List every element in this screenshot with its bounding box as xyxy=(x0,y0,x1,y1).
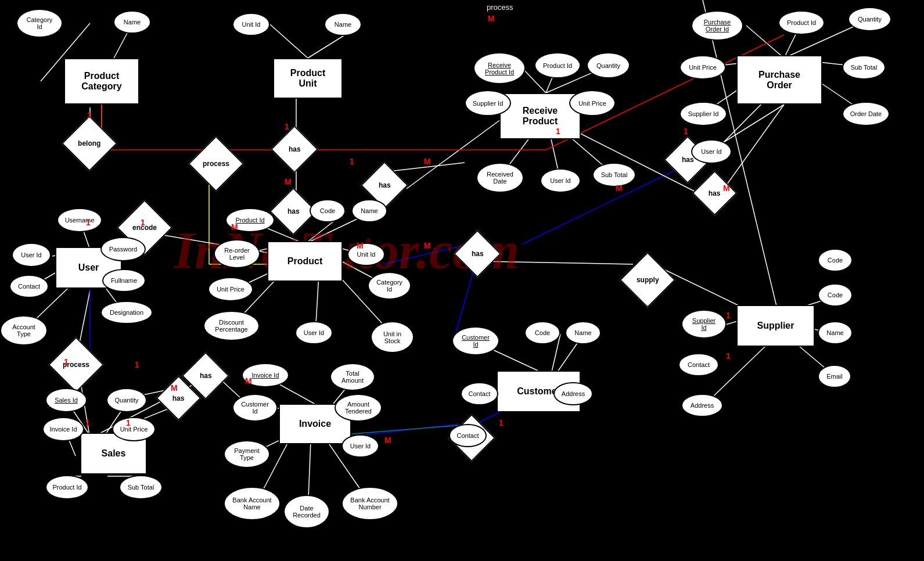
entity-product-category: Product Category xyxy=(64,58,139,105)
rel-has-unit: has xyxy=(271,125,318,173)
attr-recv-quantity: Quantity xyxy=(587,52,630,78)
attr-cust-code: Code xyxy=(524,321,560,344)
attr-po-order-date: Order Date xyxy=(842,102,890,126)
card-1-process-user2: 1 xyxy=(135,360,139,369)
attr-total-amount: TotalAmount xyxy=(330,363,375,391)
card-1-supply-1: 1 xyxy=(726,311,731,320)
attr-inv-customer-id: CustomerId xyxy=(232,394,278,422)
attr-recv-product-id: Product Id xyxy=(534,52,581,78)
attr-sales-invoice-id: Invoice Id xyxy=(42,417,84,441)
svg-line-85 xyxy=(482,261,633,264)
rel-process-top: process xyxy=(188,136,244,192)
attr-unit-id: Unit Id xyxy=(232,13,270,36)
label-process-top: process xyxy=(487,3,513,12)
card-m-inv-user: M xyxy=(384,436,391,445)
card-1-cust-has: 1 xyxy=(499,418,504,427)
attr-inv-user-id: User Id xyxy=(341,434,379,458)
entity-supplier: Supplier xyxy=(736,305,815,347)
attr-sales-product-id: Product Id xyxy=(45,475,89,499)
attr-customer-id: CustomerId xyxy=(452,326,499,355)
attr-sales-id: Sales Id xyxy=(45,388,87,412)
attr-supp-code2: Code xyxy=(818,249,853,272)
card-m-has-cust2: M xyxy=(424,241,431,250)
entity-product-unit: Product Unit xyxy=(273,58,343,99)
attr-payment-type: PaymentType xyxy=(224,440,270,468)
attr-po-supplier-id: Supplier Id xyxy=(679,102,727,126)
attr-discount-percentage: DiscountPercentage xyxy=(203,311,260,341)
entity-product: Product xyxy=(267,241,343,282)
card-m-po-has: M xyxy=(723,184,730,193)
rel-process-user: process xyxy=(48,337,104,393)
attr-sales-sub-total: Sub Total xyxy=(119,475,163,499)
attr-purchase-order-id: PurchaseOrder Id xyxy=(691,10,743,41)
attr-product-unit-id: Unit Id xyxy=(347,243,385,266)
attr-cust-name: Name xyxy=(565,321,601,344)
card-m-has-unit: M xyxy=(285,177,292,186)
entity-receive-product: Receive Product xyxy=(499,93,581,139)
entity-purchase-order: Purchase Order xyxy=(736,55,822,105)
card-m-po: M xyxy=(488,14,495,23)
card-m-has-sales: M xyxy=(171,383,178,393)
attr-received-date: ReceivedDate xyxy=(476,163,524,193)
er-diagram: InNetTutor.com Product Category Product … xyxy=(0,0,924,561)
attr-designation: Designation xyxy=(100,301,153,324)
card-m-has-inv: M xyxy=(245,376,252,386)
attr-unit-name: Name xyxy=(324,13,362,36)
attr-unit-price: Unit Price xyxy=(208,277,253,301)
svg-line-76 xyxy=(360,424,459,436)
attr-recv-unit-price: Unit Price xyxy=(569,90,616,116)
attr-bank-account-number: Bank AccountNumber xyxy=(341,487,398,520)
attr-sales-unit-price: Unit Price xyxy=(112,417,156,441)
card-m-has-recv: M xyxy=(424,157,431,166)
attr-po-product-id: Product Id xyxy=(778,10,825,35)
attr-recv-sub-total: Sub Total xyxy=(592,163,636,187)
svg-line-18 xyxy=(746,26,784,58)
attr-reorder-level: Re-orderLevel xyxy=(214,239,260,268)
rel-belong: belong xyxy=(62,116,117,171)
svg-line-4 xyxy=(270,24,308,58)
attr-bank-account-name: Bank AccountName xyxy=(224,487,281,520)
attr-product-category-id: CategoryId xyxy=(368,272,411,300)
card-1-sales-2: 1 xyxy=(126,418,131,427)
attr-po-sub-total: Sub Total xyxy=(842,55,886,80)
card-1-po-has: 1 xyxy=(684,127,688,136)
attr-supp-email: Email xyxy=(818,365,851,388)
attr-unit-in-stock: Unit inStock xyxy=(371,321,414,353)
attr-cust-contact2: Contact xyxy=(449,424,487,447)
attr-receive-product-id: ReceiveProduct Id xyxy=(473,52,526,84)
attr-supp-code: Code xyxy=(818,283,853,307)
svg-line-47 xyxy=(78,290,90,348)
attr-cust-contact: Contact xyxy=(461,382,498,405)
card-1-belong: 1 xyxy=(87,110,92,120)
card-1-supply-2: 1 xyxy=(726,351,731,361)
attr-sales-quantity: Quantity xyxy=(106,388,147,412)
card-1-has-unit: 1 xyxy=(285,122,289,131)
attr-amount-tendered: AmountTendered xyxy=(335,394,382,422)
card-1-process-user: 1 xyxy=(64,357,69,366)
attr-date-recorded: DateRecorded xyxy=(283,495,330,528)
rel-has-cust: has xyxy=(454,230,501,278)
card-m-recv-has: M xyxy=(616,184,623,193)
card-1-encode-prod: 1 xyxy=(141,218,145,227)
attr-user-id: User Id xyxy=(12,243,51,267)
rel-has-sup: has xyxy=(692,171,738,216)
attr-contact: Contact xyxy=(9,275,49,298)
card-1-has-recv: 1 xyxy=(350,157,354,166)
attr-recv-user-id: User Id xyxy=(540,168,581,193)
attr-username: Username xyxy=(57,208,102,232)
attr-fullname: Fullname xyxy=(102,269,146,292)
attr-product-name: Name xyxy=(351,199,387,222)
attr-category-id: CategoryId xyxy=(16,9,63,38)
attr-po-user-id: User Id xyxy=(691,139,732,164)
rel-supply: supply xyxy=(620,252,675,308)
attr-account-type: AccountType xyxy=(0,315,48,346)
attr-supp-address: Address xyxy=(681,394,723,417)
card-1-sales-1: 1 xyxy=(85,418,90,427)
attr-recv-supplier-id: Supplier Id xyxy=(465,90,511,116)
attr-po-quantity: Quantity xyxy=(848,7,891,31)
card-1-encode-user: 1 xyxy=(86,218,91,227)
attr-cat-name: Name xyxy=(113,10,151,34)
attr-cust-address: Address xyxy=(553,382,593,405)
attr-po-unit-price: Unit Price xyxy=(679,55,726,80)
card-m-encode: M xyxy=(231,222,238,232)
